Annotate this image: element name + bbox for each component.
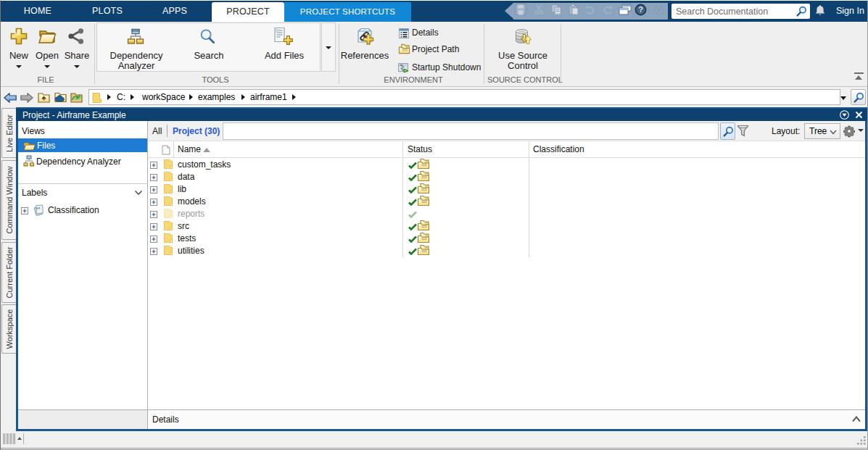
svg-text:?: ?: [638, 5, 643, 14]
